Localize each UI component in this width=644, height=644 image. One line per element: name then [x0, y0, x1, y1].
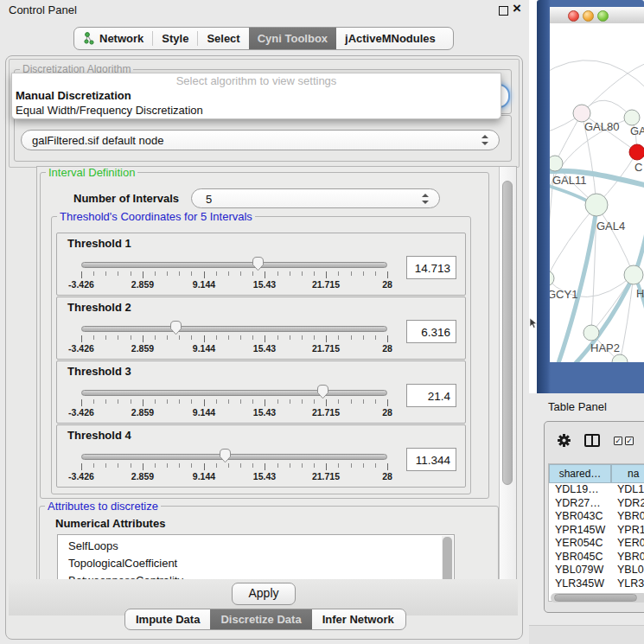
threshold-4-label: Threshold 4	[67, 429, 131, 442]
list-scrollbar[interactable]	[442, 536, 453, 581]
settings-scrollbar[interactable]	[499, 167, 516, 580]
checkbox-icon[interactable]: ✓	[614, 437, 622, 445]
tick-label: -3.426	[68, 279, 94, 290]
threshold-4-value-field[interactable]: 11.344	[406, 448, 456, 471]
tick-label: 9.144	[193, 343, 215, 354]
popup-option-manual-discretization[interactable]: Manual Discretization	[12, 88, 501, 103]
tab-select-label: Select	[207, 32, 239, 45]
table-row[interactable]: YLR345WYLR3	[549, 577, 644, 591]
threshold-3-value-field[interactable]: 21.4	[406, 384, 456, 407]
node-gal11[interactable]	[550, 156, 563, 171]
tick-label: 15.43	[253, 279, 276, 290]
popup-option-equal-width[interactable]: Equal Width/Frequency Discretization	[12, 103, 501, 118]
minimize-traffic-light-icon[interactable]	[583, 10, 594, 22]
threshold-1-value-field[interactable]: 14.713	[406, 256, 456, 279]
node-gal4[interactable]	[585, 194, 608, 216]
tick-label: 9.144	[193, 279, 215, 290]
tab-network[interactable]: Network	[74, 28, 152, 49]
gear-icon[interactable]	[557, 433, 571, 448]
split-columns-icon[interactable]	[584, 434, 600, 447]
cell: YDL1	[611, 483, 644, 497]
network-icon	[83, 32, 95, 45]
threshold-3-slider-track[interactable]	[81, 390, 387, 396]
tab-impute-data[interactable]: Impute Data	[125, 609, 210, 629]
interval-definition-group: Interval Definition Number of Intervals …	[40, 172, 489, 499]
tab-select[interactable]: Select	[198, 28, 248, 49]
list-item[interactable]: TopologicalCoefficient	[58, 555, 454, 572]
table-row[interactable]: YPR145WYPR1	[549, 524, 644, 538]
list-item[interactable]: SelfLoops	[58, 535, 454, 555]
node-gcy1[interactable]	[550, 271, 554, 286]
top-tabbar: Network Style Select Cyni Toolbox jActiv…	[73, 27, 454, 50]
tick-label: 28	[382, 407, 392, 418]
close-traffic-light-icon[interactable]	[568, 10, 579, 22]
column-header-shared-name[interactable]: shared…	[549, 464, 611, 483]
horizontal-scrollbar[interactable]	[551, 593, 644, 603]
node-bottom-partial[interactable]	[612, 354, 628, 362]
tick-labels: -3.426 2.859 9.144 15.43 21.715 28	[81, 471, 387, 481]
node-top-right[interactable]	[624, 110, 640, 125]
spinner-arrows-icon	[422, 194, 429, 204]
tick-labels: -3.426 2.859 9.144 15.43 21.715 28	[81, 407, 387, 418]
network-canvas[interactable]: GAL80 GA C GAL11 GAL4 GCY1 H HAP2	[550, 23, 644, 362]
node-hap2[interactable]	[583, 325, 599, 341]
node-red-selected[interactable]	[629, 144, 644, 160]
table-data-combobox[interactable]: galFiltered.sif default node	[21, 130, 500, 150]
float-window-icon[interactable]	[499, 6, 508, 16]
tick-label: 9.144	[193, 407, 215, 418]
threshold-1-slider-thumb[interactable]	[252, 256, 265, 271]
node-h[interactable]	[624, 265, 643, 284]
checkbox-icon[interactable]: ✓	[625, 437, 634, 445]
node-gal80[interactable]	[573, 105, 590, 122]
network-graph: GAL80 GA C GAL11 GAL4 GCY1 H HAP2	[550, 23, 644, 362]
threshold-4-slider-track[interactable]	[81, 454, 387, 460]
network-view-window: GAL80 GA C GAL11 GAL4 GCY1 H HAP2	[537, 0, 644, 393]
network-window-titlebar[interactable]	[550, 7, 644, 24]
tab-jactivemnodules[interactable]: jActiveMNodules	[336, 28, 444, 49]
node-label: GAL80	[584, 120, 619, 133]
close-icon[interactable]: ×	[513, 0, 521, 17]
threshold-2-slider-thumb[interactable]	[169, 320, 182, 335]
number-of-intervals-spinner[interactable]: 5	[191, 188, 440, 208]
threshold-3-slider-thumb[interactable]	[316, 384, 329, 399]
tab-network-label: Network	[99, 32, 143, 45]
column-header-name[interactable]: na	[611, 464, 644, 483]
table-row[interactable]: YBL079WYBL0	[549, 564, 644, 577]
threshold-2-panel: Threshold 2 -3.426 2.859 9.144 15.43 21.…	[56, 296, 466, 360]
cell: YBR0	[611, 510, 644, 524]
table-row[interactable]: YBR043CYBR0	[549, 510, 644, 524]
cell: YBL0	[611, 564, 644, 577]
tick-label: 21.715	[312, 407, 340, 418]
numerical-attributes-label: Numerical Attributes	[55, 517, 165, 530]
tick-label: -3.426	[68, 407, 94, 418]
attributes-list: SelfLoops TopologicalCoefficient Between…	[57, 534, 455, 581]
threshold-4-slider-thumb[interactable]	[219, 448, 232, 463]
scrollbar-thumb[interactable]	[554, 594, 637, 602]
scrollbar-thumb[interactable]	[502, 181, 513, 485]
threshold-1-slider-track[interactable]	[81, 262, 387, 268]
zoom-traffic-light-icon[interactable]	[597, 10, 609, 22]
tab-cyni-toolbox[interactable]: Cyni Toolbox	[249, 28, 336, 49]
threshold-2-value-field[interactable]: 6.316	[406, 320, 456, 343]
tick-label: 15.43	[253, 343, 276, 354]
thresholds-group-label: Threshold's Coordinates for 5 Intervals	[57, 210, 255, 223]
tab-infer-network[interactable]: Infer Network	[312, 609, 405, 629]
tick-label: 28	[382, 471, 392, 481]
table-row[interactable]: YDL19…YDL1	[549, 483, 644, 497]
table-row[interactable]: YER054CYER0	[549, 537, 644, 551]
threshold-2-slider-track[interactable]	[81, 326, 387, 332]
algorithm-dropdown-popup: Select algorithm to view settings Manual…	[11, 73, 501, 119]
threshold-1-panel: Threshold 1 -3.426 2.859 9.144 15.43 21.…	[56, 233, 466, 296]
cell: YBR0	[611, 551, 644, 564]
table-toolbar: ✓ ✓	[545, 422, 644, 460]
tab-style[interactable]: Style	[153, 28, 197, 49]
table-row[interactable]: YDR27…YDR2	[549, 497, 644, 511]
major-ticks	[81, 399, 389, 406]
tab-discretize-data[interactable]: Discretize Data	[210, 609, 311, 629]
table-header: shared… na	[549, 464, 644, 483]
table-row[interactable]: YBR045CYBR0	[549, 551, 644, 564]
apply-button[interactable]: Apply	[232, 583, 296, 605]
number-of-intervals-label: Number of Intervals	[73, 192, 179, 205]
tab-impute-data-label: Impute Data	[136, 613, 200, 626]
tick-labels: -3.426 2.859 9.144 15.43 21.715 28	[81, 343, 387, 354]
